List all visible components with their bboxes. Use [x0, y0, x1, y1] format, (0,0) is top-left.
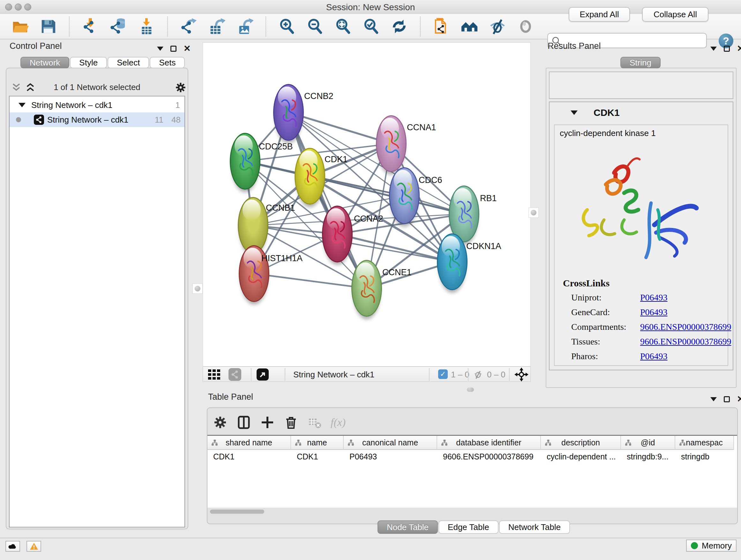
close-panel-icon[interactable]: ✕ [737, 45, 741, 52]
collapse-panel-icon[interactable] [157, 47, 163, 51]
column-header-description[interactable]: description [541, 436, 621, 450]
float-panel-icon[interactable] [724, 396, 730, 402]
network-node-cdkn1a[interactable] [437, 233, 468, 290]
zoom-out-icon[interactable] [306, 17, 324, 36]
protein-structure-thumbnail [300, 159, 320, 193]
crosslink-label: Pharos: [571, 351, 598, 361]
statusbar-divider [0, 538, 741, 538]
tab-sets[interactable]: Sets [150, 57, 185, 68]
network-node-ccna1[interactable] [376, 115, 407, 172]
table-tab-edge-table[interactable]: Edge Table [439, 520, 498, 534]
export-table-icon[interactable] [207, 17, 226, 36]
section-expanded-icon[interactable] [570, 111, 578, 115]
hidden-items-icon[interactable] [473, 370, 483, 379]
column-header-canonical-name[interactable]: canonical name [344, 436, 437, 450]
tab-select[interactable]: Select [108, 57, 149, 68]
crosslink-link[interactable]: 9606.ENSP00000378699 [640, 336, 731, 347]
table-cell[interactable]: P06493 [344, 450, 437, 463]
table-cell[interactable]: CDK1 [207, 450, 291, 463]
table-cell[interactable]: cyclin-dependent ... [541, 450, 621, 463]
table-panel-window-buttons: ✕ [711, 396, 741, 402]
tab-network[interactable]: Network [20, 57, 69, 68]
toolbar-separator [266, 17, 266, 37]
collection-expanded-icon[interactable] [18, 103, 25, 107]
birdseye-view-icon[interactable] [208, 369, 221, 380]
export-image-icon[interactable] [235, 17, 254, 36]
string-document-icon[interactable] [432, 17, 451, 36]
zoom-in-icon[interactable] [278, 17, 296, 36]
column-header-namespac[interactable]: namespac [675, 436, 734, 450]
warnings-button[interactable] [26, 541, 41, 552]
open-session-icon[interactable] [11, 17, 29, 36]
network-node-cdc6[interactable] [389, 167, 420, 224]
collapse-panel-icon[interactable] [711, 47, 717, 51]
close-panel-icon[interactable]: ✕ [737, 396, 741, 402]
network-node-ccne1[interactable] [351, 260, 382, 317]
crosslink-link[interactable]: P06493 [640, 351, 668, 361]
network-row[interactable]: String Network – cdk1 11 48 [10, 112, 185, 127]
gene-section-header[interactable]: CDK1 [549, 102, 733, 125]
protein-structure-thumbnail [279, 95, 299, 130]
column-header-label: database identifier [456, 438, 521, 447]
close-panel-icon[interactable]: ✕ [184, 45, 191, 52]
import-network-database-icon[interactable] [109, 17, 128, 36]
network-edge[interactable] [254, 273, 367, 288]
toggle-visibility-icon[interactable] [488, 17, 507, 36]
table-row[interactable]: CDK1CDK1P064939606.ENSP00000378699cyclin… [207, 450, 737, 463]
network-options-gear-icon[interactable] [175, 82, 186, 93]
import-table-icon[interactable] [137, 17, 156, 36]
network-node-cdc25b[interactable] [230, 133, 260, 190]
selected-nodes-checkbox[interactable]: ✓ [438, 369, 448, 379]
column-header-name[interactable]: name [291, 436, 344, 450]
table-cell[interactable]: CDK1 [291, 450, 344, 463]
eye-icon[interactable] [516, 17, 535, 36]
table-cell[interactable]: stringdb:9... [621, 450, 675, 463]
table-options-gear-icon[interactable] [212, 415, 228, 430]
import-network-file-icon[interactable] [81, 17, 99, 36]
refresh-icon[interactable] [390, 17, 408, 36]
create-column-icon[interactable] [260, 415, 275, 430]
show-columns-icon[interactable] [236, 415, 252, 430]
network-node-cdk1[interactable] [294, 148, 325, 205]
homes-icon[interactable] [460, 17, 479, 36]
column-header-database-identifier[interactable]: database identifier [437, 436, 541, 450]
left-splitter-handle[interactable] [192, 284, 203, 294]
fit-selected-crosshair-icon[interactable] [515, 368, 529, 381]
column-header-id[interactable]: @id [621, 436, 675, 450]
tab-style[interactable]: Style [70, 57, 107, 68]
bottom-splitter-handle[interactable] [467, 388, 474, 392]
cloud-button[interactable] [5, 541, 20, 552]
table-cell[interactable]: stringdb [675, 450, 734, 463]
expand-all-button[interactable]: Expand All [569, 7, 630, 22]
node-gloss [243, 199, 261, 220]
column-header-shared-name[interactable]: shared name [207, 436, 291, 450]
network-node-ccnb2[interactable] [273, 84, 304, 141]
node-label-cdkn1a: CDKN1A [466, 241, 501, 251]
crosslink-link[interactable]: P06493 [640, 293, 668, 303]
float-panel-icon[interactable] [724, 46, 730, 52]
collapse-panel-icon[interactable] [711, 397, 717, 401]
network-collection-row[interactable]: String Network – cdk1 1 [10, 98, 185, 112]
delete-table-icon [307, 415, 322, 430]
crosslink-link[interactable]: 9606.ENSP00000378699 [640, 322, 731, 332]
save-session-icon[interactable] [39, 17, 57, 36]
table-tab-network-table[interactable]: Network Table [499, 520, 570, 534]
crosslink-link[interactable]: P06493 [640, 307, 668, 317]
zoom-selected-icon[interactable] [362, 17, 381, 36]
open-view-button[interactable] [257, 368, 269, 381]
float-panel-icon[interactable] [171, 46, 177, 52]
network-canvas[interactable]: CCNB2CCNA1CDC25BCDK1CDC6RB1CCNB1CCNA2CDK… [203, 43, 531, 367]
memory-button[interactable]: Memory [686, 540, 737, 552]
collapse-all-button[interactable]: Collapse All [642, 7, 709, 22]
zoom-fit-icon[interactable] [334, 17, 352, 36]
column-header-label: shared name [226, 438, 272, 447]
table-tab-node-table[interactable]: Node Table [378, 520, 438, 534]
results-tab-string[interactable]: String [620, 57, 661, 68]
table-cell[interactable]: 9606.ENSP00000378699 [437, 450, 541, 463]
export-network-icon[interactable] [179, 17, 198, 36]
protein-structure-thumbnail [236, 144, 256, 179]
delete-column-trash-icon[interactable] [283, 415, 299, 430]
table-horizontal-scrollbar[interactable] [210, 509, 264, 514]
network-node-ccna2[interactable] [322, 206, 353, 262]
control-panel-tabs: NetworkStyleSelectSets [20, 57, 185, 68]
